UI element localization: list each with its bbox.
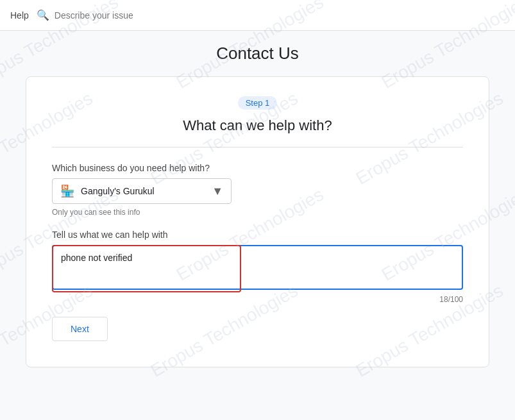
step-title: What can we help with? [52,117,463,134]
help-textarea[interactable] [52,245,463,290]
char-count: 18/100 [52,295,463,304]
business-label: Which business do you need help with? [52,163,463,173]
main-content: Contact Us Step 1 What can we help with?… [0,31,515,380]
header: Help 🔍 [0,0,515,31]
help-label: Help [10,10,29,21]
business-icon: 🏪 [60,184,74,198]
search-bar[interactable]: 🔍 [37,9,505,21]
textarea-wrapper [52,245,463,292]
next-button[interactable]: Next [52,317,108,341]
step-header: Step 1 What can we help with? [52,96,463,134]
business-select[interactable]: 🏪 Ganguly's Gurukul ▼ [52,178,232,204]
help-text-label: Tell us what we can help with [52,230,463,240]
contact-card: Step 1 What can we help with? Which busi… [26,76,489,367]
business-name: Ganguly's Gurukul [81,186,205,196]
chevron-down-icon: ▼ [212,185,223,198]
page-title: Contact Us [26,44,489,63]
search-input[interactable] [55,10,505,21]
search-icon: 🔍 [37,9,49,21]
step-badge: Step 1 [238,96,278,110]
divider [52,147,463,147]
privacy-note: Only you can see this info [52,208,463,217]
